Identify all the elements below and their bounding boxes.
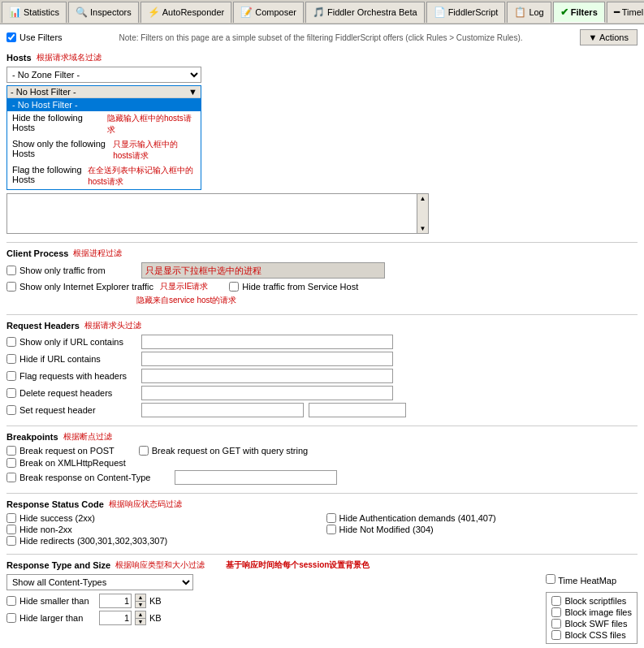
hosts-area[interactable]: ▲ ▼ [6, 193, 429, 234]
hide-auth-label[interactable]: Hide Authentication demands (401,407) [326, 513, 638, 523]
flag-requests-input[interactable] [141, 369, 393, 383]
hide-larger-spinner[interactable]: ▲ ▼ [135, 611, 146, 625]
break-response-content-type-input[interactable] [175, 470, 337, 485]
hide-smaller-label[interactable]: Hide smaller than [6, 596, 96, 606]
block-image-files-label[interactable]: Block image files [551, 607, 632, 617]
response-type-section: Response Type and Size 根据响应类型和大小过滤 基于响应时… [6, 559, 638, 644]
hide-smaller-spinner[interactable]: ▲ ▼ [135, 594, 146, 608]
show-url-label[interactable]: Show only if URL contains [6, 337, 136, 347]
delete-request-headers-row: Delete request headers [6, 386, 638, 400]
block-image-files-checkbox[interactable] [551, 607, 561, 617]
ie-traffic-checkbox[interactable] [6, 282, 16, 292]
delete-request-headers-checkbox[interactable] [6, 388, 16, 398]
tab-inspectors[interactable]: 🔍 Inspectors [68, 2, 139, 23]
show-url-input[interactable] [141, 335, 393, 349]
hide-not-modified-checkbox[interactable] [326, 525, 336, 534]
tab-autoresponder[interactable]: ⚡ AutoResponder [140, 2, 231, 23]
hide-larger-down[interactable]: ▼ [136, 619, 145, 625]
break-on-get-label[interactable]: Break request on GET with query string [139, 446, 308, 456]
hosts-section: Hosts 根据请求域名过滤 - No Zone Filter - Show o… [6, 52, 638, 234]
bp-row-3: Break response on Content-Type [6, 470, 638, 485]
time-heatmap-row: Time HeatMap [546, 574, 616, 585]
tab-statistics[interactable]: 📊 Statistics [2, 2, 67, 23]
ie-traffic-label[interactable]: Show only Internet Explorer traffic 只显示I… [6, 281, 208, 292]
tab-fiddler-orchestra[interactable]: 🎵 Fiddler Orchestra Beta [305, 2, 425, 23]
break-response-label[interactable]: Break response on Content-Type [6, 473, 150, 482]
break-response-checkbox[interactable] [6, 473, 16, 482]
hide-larger-up[interactable]: ▲ [136, 611, 145, 619]
tab-filters[interactable]: ✔ Filters [553, 2, 605, 23]
hide-url-checkbox[interactable] [6, 354, 16, 364]
filter-bar: Use Filters Note: Filters on this page a… [6, 29, 638, 45]
block-swf-files-checkbox[interactable] [551, 619, 561, 629]
break-on-xml-label[interactable]: Break on XMLHttpRequest [6, 458, 126, 468]
hide-larger-value[interactable] [99, 611, 132, 625]
hide-success-checkbox[interactable] [6, 513, 16, 523]
delete-request-headers-input[interactable] [141, 386, 393, 400]
block-files-box: Block scriptfiles Block image files Bloc… [546, 592, 638, 644]
block-css-files-label[interactable]: Block CSS files [551, 630, 632, 640]
time-heatmap-label[interactable]: Time HeatMap [546, 574, 616, 585]
filters-checkmark-icon: ✔ [560, 6, 568, 18]
hide-non-2xx-checkbox[interactable] [6, 525, 16, 534]
hide-non-2xx-label[interactable]: Hide non-2xx [6, 525, 318, 534]
set-request-header-checkbox[interactable] [6, 405, 16, 415]
zone-filter-select[interactable]: - No Zone Filter - Show only Intranet Sh… [6, 67, 201, 83]
tab-fiddlerscript[interactable]: 📄 FiddlerScript [426, 2, 506, 23]
fiddlerscript-icon: 📄 [434, 6, 446, 18]
host-filter-option-0[interactable]: - No Host Filter - [7, 98, 201, 111]
host-filter-option-1[interactable]: Hide the following Hosts 隐藏输入框中的hosts请求 [7, 111, 201, 137]
hide-smaller-down[interactable]: ▼ [136, 602, 145, 608]
break-on-post-label[interactable]: Break request on POST [6, 446, 115, 456]
flag-requests-label[interactable]: Flag requests with headers [6, 371, 136, 381]
host-filter-option-3[interactable]: Flag the following Hosts 在全送列表中标记输入框中的ho… [7, 163, 201, 189]
show-url-row: Show only if URL contains [6, 335, 638, 349]
tab-log[interactable]: 📋 Log [507, 2, 551, 23]
hide-larger-label[interactable]: Hide larger than [6, 613, 96, 623]
hide-success-label[interactable]: Hide success (2xx) [6, 513, 318, 523]
use-filters-label[interactable]: Use Filters [6, 32, 63, 42]
bp-row-1: Break request on POST Break request on G… [6, 446, 638, 456]
set-request-header-label[interactable]: Set request header [6, 405, 136, 415]
show-only-traffic-checkbox[interactable] [6, 266, 16, 275]
hide-larger-row: Hide larger than ▲ ▼ KB [6, 611, 538, 625]
hide-redirects-label[interactable]: Hide redirects (300,301,302,303,307) [6, 536, 318, 546]
tab-timeline[interactable]: ━ Timeline [607, 2, 644, 23]
flag-requests-checkbox[interactable] [6, 371, 16, 381]
hide-service-host-label[interactable]: Hide traffic from Service Host [229, 282, 358, 292]
delete-request-headers-label[interactable]: Delete request headers [6, 388, 136, 398]
block-css-files-checkbox[interactable] [551, 630, 561, 640]
response-type-title: Response Type and Size 根据响应类型和大小过滤 基于响应时… [6, 559, 638, 571]
break-on-get-checkbox[interactable] [139, 446, 149, 456]
block-scriptfiles-label[interactable]: Block scriptfiles [551, 596, 632, 606]
hide-auth-checkbox[interactable] [326, 513, 336, 523]
hide-redirects-checkbox[interactable] [6, 536, 16, 546]
block-swf-files-label[interactable]: Block SWF files [551, 619, 632, 629]
hide-url-row: Hide if URL contains [6, 352, 638, 366]
break-on-post-checkbox[interactable] [6, 446, 16, 456]
set-request-header-name-input[interactable] [141, 403, 304, 417]
traffic-process-dropdown[interactable]: 只是显示下拉框中选中的进程 [141, 262, 385, 279]
hide-service-host-checkbox[interactable] [229, 282, 239, 292]
content-type-select[interactable]: Show all Content-Types Hide images Show … [6, 574, 193, 590]
hide-not-modified-label[interactable]: Hide Not Modified (304) [326, 525, 638, 534]
hide-url-label[interactable]: Hide if URL contains [6, 354, 136, 364]
show-url-checkbox[interactable] [6, 337, 16, 347]
hide-url-input[interactable] [141, 352, 393, 366]
host-filter-dropdown-header[interactable]: - No Host Filter - ▼ [7, 86, 201, 98]
show-only-traffic-label[interactable]: Show only traffic from [6, 266, 136, 275]
hide-smaller-checkbox[interactable] [6, 596, 16, 606]
hosts-scrollbar[interactable]: ▲ ▼ [417, 194, 428, 233]
hide-smaller-value[interactable] [99, 594, 132, 608]
actions-button[interactable]: ▼ Actions [580, 29, 638, 45]
hide-smaller-row: Hide smaller than ▲ ▼ KB [6, 594, 538, 608]
set-request-header-value-input[interactable] [309, 403, 406, 417]
use-filters-checkbox[interactable] [6, 32, 16, 42]
host-filter-option-2[interactable]: Show only the following Hosts 只显示输入框中的ho… [7, 137, 201, 163]
time-heatmap-checkbox[interactable] [546, 574, 555, 584]
tab-composer[interactable]: 📝 Composer [233, 2, 304, 23]
hide-smaller-up[interactable]: ▲ [136, 594, 145, 602]
break-on-xml-checkbox[interactable] [6, 458, 16, 468]
block-scriptfiles-checkbox[interactable] [551, 596, 561, 606]
hide-larger-checkbox[interactable] [6, 613, 16, 623]
